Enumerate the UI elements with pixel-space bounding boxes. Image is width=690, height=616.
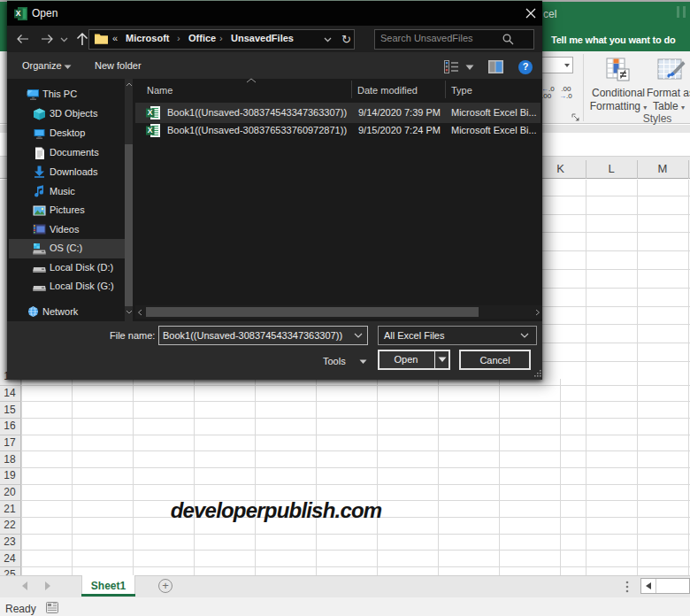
svg-text:X: X: [148, 126, 153, 135]
svg-text:X: X: [16, 9, 21, 18]
svg-text:X: X: [148, 108, 153, 117]
